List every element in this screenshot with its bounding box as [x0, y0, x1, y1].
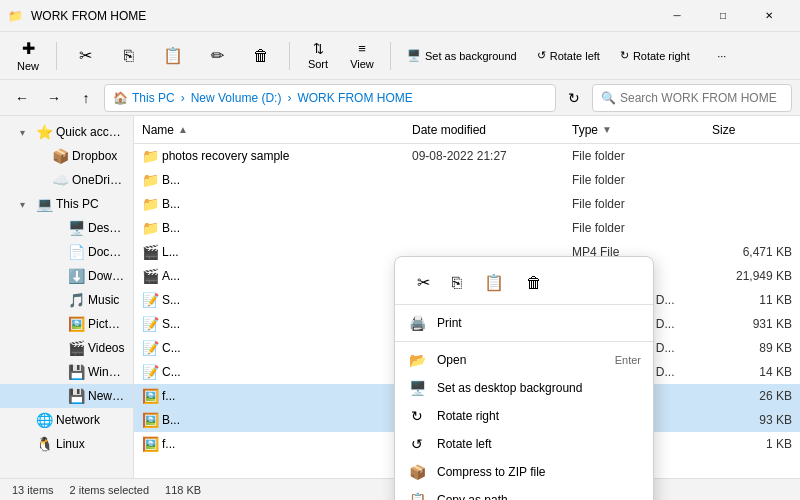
column-size[interactable]: Size	[712, 123, 792, 137]
sidebar-item-desktop[interactable]: 🖥️ Desktop	[0, 216, 133, 240]
ctx-icon-copy-path: 📋	[407, 492, 427, 500]
file-row[interactable]: 📁 B... File folder	[134, 168, 800, 192]
file-row[interactable]: 📁 B... File folder	[134, 216, 800, 240]
sort-button[interactable]: ⇅ Sort	[298, 36, 338, 76]
ctx-item-set-bg[interactable]: 🖥️ Set as desktop background	[395, 374, 653, 402]
sidebar-item-label: OneDrive - Personal	[72, 173, 125, 187]
ctx-item-rotate-right[interactable]: ↻ Rotate right	[395, 402, 653, 430]
rotate-left-button[interactable]: ↺ Rotate left	[529, 36, 608, 76]
file-type-icon: 📝	[142, 292, 162, 308]
file-type-icon: 📁	[142, 172, 162, 188]
file-type-icon: 📝	[142, 364, 162, 380]
file-size: 11 KB	[712, 293, 792, 307]
sidebar-item-label: Quick access	[56, 125, 125, 139]
sidebar-item-videos[interactable]: 🎬 Videos	[0, 336, 133, 360]
ctx-label: Compress to ZIP file	[437, 465, 631, 479]
ctx-cut-button[interactable]: ✂	[407, 267, 440, 298]
delete-button[interactable]: 🗑	[241, 36, 281, 76]
paste-button[interactable]: 📋	[153, 36, 193, 76]
file-name: B...	[162, 173, 412, 187]
sidebar-item-pictures[interactable]: 🖼️ Pictures	[0, 312, 133, 336]
column-type[interactable]: Type ▼	[572, 123, 712, 137]
file-row[interactable]: 📁 B... File folder	[134, 192, 800, 216]
set-background-button[interactable]: 🖥️ Set as background	[399, 36, 525, 76]
file-type-icon: 📁	[142, 220, 162, 236]
ctx-item-print[interactable]: 🖨️ Print	[395, 309, 653, 337]
sidebar-item-downloads[interactable]: ⬇️ Downloads	[0, 264, 133, 288]
folder-home-icon: 🏠	[113, 91, 128, 105]
window-title: WORK FROM HOME	[31, 9, 146, 23]
file-type-icon: 📝	[142, 316, 162, 332]
minimize-button[interactable]: ─	[654, 0, 700, 32]
ctx-item-open[interactable]: 📂 Open Enter	[395, 346, 653, 374]
sort-name-icon: ▲	[178, 124, 188, 135]
search-icon: 🔍	[601, 91, 616, 105]
close-button[interactable]: ✕	[746, 0, 792, 32]
sidebar-item-label: Network	[56, 413, 125, 427]
sidebar-item-music[interactable]: 🎵 Music	[0, 288, 133, 312]
ctx-delete-button[interactable]: 🗑	[516, 268, 552, 298]
folder-icon: 💾	[68, 388, 84, 404]
title-bar: 📁 WORK FROM HOME ─ □ ✕	[0, 0, 800, 32]
ctx-shortcut: Enter	[615, 354, 641, 366]
view-icon: ≡	[358, 41, 366, 56]
more-options-button[interactable]: ···	[702, 36, 742, 76]
folder-icon: 📄	[68, 244, 84, 260]
sidebar-item-windows-c[interactable]: 💾 Windows (C:)	[0, 360, 133, 384]
file-name: L...	[162, 245, 412, 259]
sidebar-item-label: Desktop	[88, 221, 125, 235]
file-name: C...	[162, 341, 412, 355]
new-button[interactable]: ✚ New	[8, 36, 48, 76]
file-name: f...	[162, 389, 412, 403]
sort-icon: ⇅	[313, 41, 324, 56]
ctx-cut-icon: ✂	[417, 273, 430, 292]
sidebar-item-dropbox[interactable]: 📦 Dropbox	[0, 144, 133, 168]
folder-icon: 🖥️	[68, 220, 84, 236]
file-name: B...	[162, 197, 412, 211]
maximize-button[interactable]: □	[700, 0, 746, 32]
refresh-button[interactable]: ↻	[560, 84, 588, 112]
folder-icon: 📁	[8, 9, 23, 23]
file-name: C...	[162, 365, 412, 379]
forward-button[interactable]: →	[40, 84, 68, 112]
sidebar-item-network[interactable]: 🌐 Network	[0, 408, 133, 432]
breadcrumb-new-volume[interactable]: New Volume (D:)	[191, 91, 282, 105]
copy-button[interactable]: ⎘	[109, 36, 149, 76]
sidebar-item-documents[interactable]: 📄 Documents	[0, 240, 133, 264]
sidebar-item-this-pc[interactable]: ▾ 💻 This PC	[0, 192, 133, 216]
rotate-right-button[interactable]: ↻ Rotate right	[612, 36, 698, 76]
search-box[interactable]: 🔍	[592, 84, 792, 112]
ctx-paste-button[interactable]: 📋	[474, 267, 514, 298]
context-menu: ✂ ⎘ 📋 🗑 🖨️ Print 📂 Open Enter 🖥️ Set as …	[394, 256, 654, 500]
ctx-paste-icon: 📋	[484, 273, 504, 292]
back-button[interactable]: ←	[8, 84, 36, 112]
sidebar-item-new-volume-d[interactable]: 💾 New Volume (D:)	[0, 384, 133, 408]
file-type-icon: 🖼️	[142, 412, 162, 428]
status-item-count: 13 items	[12, 484, 54, 496]
cut-button[interactable]: ✂	[65, 36, 105, 76]
sidebar-item-onedrive[interactable]: ☁️ OneDrive - Personal	[0, 168, 133, 192]
column-name[interactable]: Name ▲	[142, 123, 412, 137]
ctx-icon-rotate-left: ↺	[407, 436, 427, 452]
ctx-item-copy-path[interactable]: 📋 Copy as path	[395, 486, 653, 500]
breadcrumb-this-pc[interactable]: This PC	[132, 91, 175, 105]
ctx-item-compress[interactable]: 📦 Compress to ZIP file	[395, 458, 653, 486]
ctx-label: Open	[437, 353, 605, 367]
sidebar-item-linux[interactable]: 🐧 Linux	[0, 432, 133, 456]
ctx-icon-rotate-right: ↻	[407, 408, 427, 424]
search-input[interactable]	[620, 91, 783, 105]
address-path[interactable]: 🏠 This PC › New Volume (D:) › WORK FROM …	[104, 84, 556, 112]
up-button[interactable]: ↑	[72, 84, 100, 112]
view-button[interactable]: ≡ View	[342, 36, 382, 76]
ctx-copy-button[interactable]: ⎘	[442, 268, 472, 298]
rename-button[interactable]: ✏	[197, 36, 237, 76]
column-date[interactable]: Date modified	[412, 123, 572, 137]
file-row[interactable]: 📁 photos recovery sample 09-08-2022 21:2…	[134, 144, 800, 168]
breadcrumb-work-from-home[interactable]: WORK FROM HOME	[297, 91, 412, 105]
sidebar-item-label: Videos	[88, 341, 125, 355]
file-name: S...	[162, 293, 412, 307]
file-type-icon: 📁	[142, 148, 162, 164]
sidebar-item-quick-access[interactable]: ▾ ⭐ Quick access	[0, 120, 133, 144]
file-name: photos recovery sample	[162, 149, 412, 163]
ctx-item-rotate-left[interactable]: ↺ Rotate left	[395, 430, 653, 458]
